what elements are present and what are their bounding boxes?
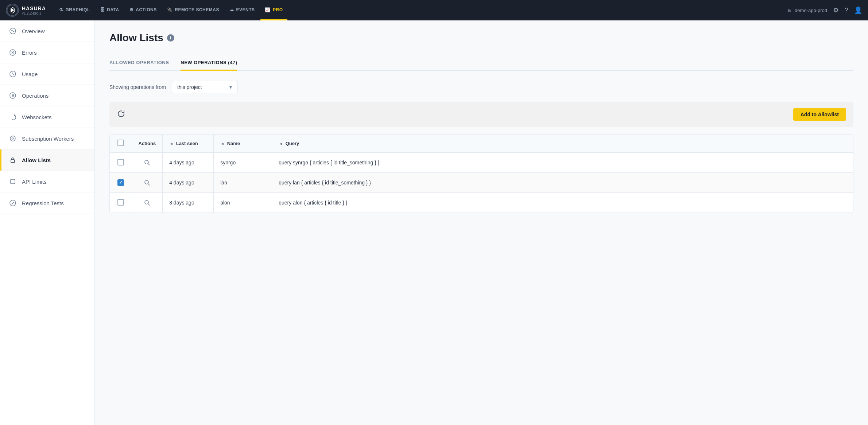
sidebar-item-errors[interactable]: Errors bbox=[0, 42, 94, 63]
sidebar-label-errors: Errors bbox=[22, 50, 37, 56]
project-selector[interactable]: 🖥 demo-app-prod bbox=[787, 8, 827, 13]
plug-icon: 🔌 bbox=[167, 7, 173, 12]
add-to-allowlist-button[interactable]: Add to Allowlist bbox=[793, 108, 846, 121]
settings-icon[interactable]: ⚙ bbox=[833, 6, 839, 14]
clock-icon bbox=[9, 70, 17, 78]
table-row: 4 days ago synrgo query synrgo { article… bbox=[110, 153, 853, 173]
top-navigation: HASURA v1.2.2-pro.1 ⚗ GRAPHIQL 🗄 DATA ⚙ … bbox=[0, 0, 868, 20]
topnav-item-remote-schemas[interactable]: 🔌 REMOTE SCHEMAS bbox=[163, 0, 224, 20]
svg-rect-14 bbox=[11, 179, 15, 184]
main-content: Allow Lists i ALLOWED OPERATIONS NEW OPE… bbox=[95, 20, 868, 425]
filter-select-dropdown[interactable]: this project ▾ bbox=[172, 81, 237, 93]
check-circle-icon bbox=[9, 199, 17, 207]
stop-icon bbox=[9, 178, 17, 186]
lock-icon bbox=[9, 156, 17, 164]
brand-logo[interactable]: HASURA v1.2.2-pro.1 bbox=[6, 4, 46, 17]
row-last-seen: 4 days ago bbox=[163, 173, 214, 193]
chart-icon: 📈 bbox=[265, 7, 271, 12]
view-query-icon[interactable] bbox=[143, 199, 151, 207]
row-checkbox-cell bbox=[110, 193, 132, 213]
row-checkbox[interactable] bbox=[117, 179, 124, 186]
sidebar-item-allow-lists[interactable]: Allow Lists bbox=[0, 149, 94, 171]
col-header-check bbox=[110, 134, 132, 153]
table-row: 4 days ago lan query lan { articles { id… bbox=[110, 173, 853, 193]
svg-rect-13 bbox=[11, 160, 15, 163]
sidebar-item-regression-tests[interactable]: Regression Tests bbox=[0, 192, 94, 214]
sidebar-label-subscription-workers: Subscription Workers bbox=[22, 136, 74, 142]
cloud-icon: ☁ bbox=[229, 7, 234, 12]
hasura-logo bbox=[6, 4, 19, 17]
topnav-item-pro[interactable]: 📈 PRO bbox=[260, 0, 287, 20]
sidebar-label-operations: Operations bbox=[22, 93, 49, 99]
filter-label: Showing operations from bbox=[109, 84, 166, 90]
tabs-container: ALLOWED OPERATIONS NEW OPERATIONS (47) bbox=[109, 55, 853, 71]
svg-line-7 bbox=[13, 74, 14, 75]
row-name: lan bbox=[214, 173, 272, 193]
refresh-alt-icon bbox=[9, 134, 17, 143]
topnav-item-data[interactable]: 🗄 DATA bbox=[96, 0, 124, 20]
sidebar-label-usage: Usage bbox=[22, 71, 38, 77]
refresh-icon bbox=[9, 113, 17, 121]
view-query-icon[interactable] bbox=[143, 159, 151, 167]
topnav-item-graphiql[interactable]: ⚗ GRAPHIQL bbox=[55, 0, 94, 20]
gear-icon: ⚙ bbox=[129, 7, 134, 12]
sidebar-item-subscription-workers[interactable]: Subscription Workers bbox=[0, 128, 94, 149]
row-query: query lan { articles { id title_somethin… bbox=[272, 173, 853, 193]
sort-arrow-query-icon: ◄ bbox=[279, 141, 283, 146]
page-title: Allow Lists bbox=[109, 32, 163, 44]
view-query-icon[interactable] bbox=[143, 179, 151, 187]
svg-line-17 bbox=[148, 164, 150, 165]
toolbar: Add to Allowlist bbox=[109, 102, 853, 127]
info-icon[interactable]: i bbox=[167, 34, 174, 42]
topnav-item-actions[interactable]: ⚙ ACTIONS bbox=[125, 0, 161, 20]
sidebar-item-operations[interactable]: Operations bbox=[0, 85, 94, 106]
sidebar-label-allow-lists: Allow Lists bbox=[22, 157, 51, 163]
list-icon bbox=[9, 91, 17, 100]
help-icon[interactable]: ? bbox=[845, 7, 848, 14]
sidebar-item-overview[interactable]: Overview bbox=[0, 20, 94, 42]
tab-allowed-operations[interactable]: ALLOWED OPERATIONS bbox=[109, 55, 169, 71]
refresh-button[interactable] bbox=[117, 109, 125, 120]
svg-point-12 bbox=[10, 136, 15, 141]
sidebar-item-api-limits[interactable]: API Limits bbox=[0, 171, 94, 192]
row-last-seen: 8 days ago bbox=[163, 193, 214, 213]
row-name: alon bbox=[214, 193, 272, 213]
table-row: 8 days ago alon query alon { articles { … bbox=[110, 193, 853, 213]
project-icon: 🖥 bbox=[787, 8, 792, 13]
row-checkbox[interactable] bbox=[117, 199, 124, 206]
row-checkbox-cell bbox=[110, 173, 132, 193]
flask-icon: ⚗ bbox=[59, 7, 63, 12]
database-icon: 🗄 bbox=[100, 7, 105, 12]
row-query: query alon { articles { id title } } bbox=[272, 193, 853, 213]
row-actions-cell bbox=[132, 153, 163, 173]
sidebar-item-websockets[interactable]: Websockets bbox=[0, 106, 94, 128]
sort-arrow-name-icon: ◄ bbox=[220, 141, 224, 146]
col-header-name: ◄ Name bbox=[214, 134, 272, 153]
topnav-items: ⚗ GRAPHIQL 🗄 DATA ⚙ ACTIONS 🔌 REMOTE SCH… bbox=[55, 0, 787, 20]
topnav-right: 🖥 demo-app-prod ⚙ ? 👤 bbox=[787, 6, 862, 14]
chevron-down-icon: ▾ bbox=[229, 84, 232, 90]
sidebar-label-overview: Overview bbox=[22, 28, 45, 34]
svg-line-21 bbox=[148, 204, 150, 205]
sidebar-item-usage[interactable]: Usage bbox=[0, 63, 94, 85]
sidebar-label-api-limits: API Limits bbox=[22, 179, 47, 185]
topnav-item-events[interactable]: ☁ EVENTS bbox=[225, 0, 259, 20]
sidebar: Overview Errors Usage Operations Websock… bbox=[0, 20, 95, 425]
row-actions-cell bbox=[132, 193, 163, 213]
tab-new-operations[interactable]: NEW OPERATIONS (47) bbox=[181, 55, 237, 71]
row-checkbox[interactable] bbox=[117, 159, 124, 165]
x-circle-icon bbox=[9, 48, 17, 56]
row-last-seen: 4 days ago bbox=[163, 153, 214, 173]
page-title-row: Allow Lists i bbox=[109, 32, 853, 44]
row-query: query synrgo { articles { id title_somet… bbox=[272, 153, 853, 173]
row-name: synrgo bbox=[214, 153, 272, 173]
sidebar-label-regression-tests: Regression Tests bbox=[22, 200, 64, 206]
user-icon[interactable]: 👤 bbox=[854, 6, 862, 14]
select-all-checkbox[interactable] bbox=[117, 140, 124, 146]
sidebar-label-websockets: Websockets bbox=[22, 114, 51, 120]
row-checkbox-cell bbox=[110, 153, 132, 173]
brand-name: HASURA bbox=[22, 5, 46, 11]
row-actions-cell bbox=[132, 173, 163, 193]
col-header-actions: Actions bbox=[132, 134, 163, 153]
filter-row: Showing operations from this project ▾ bbox=[109, 81, 853, 93]
